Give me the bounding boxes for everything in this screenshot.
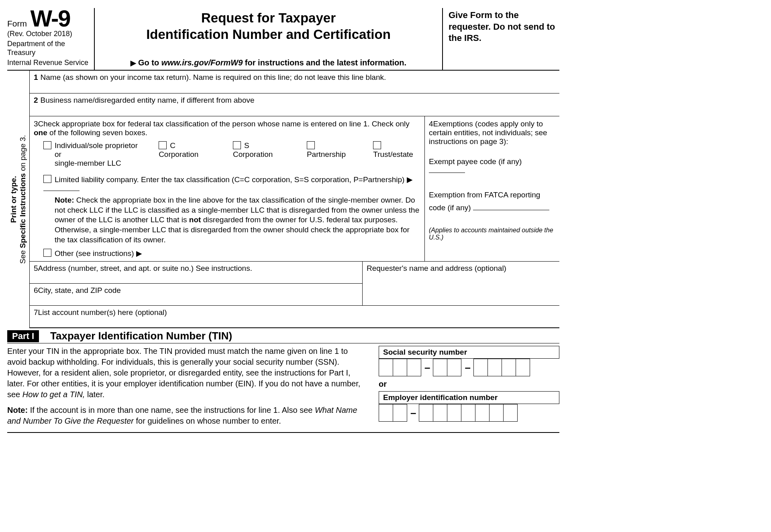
llc-note-b: not (189, 215, 201, 224)
cb-llc-label: Limited liability company. Enter the tax… (55, 175, 413, 184)
llc-note-label: Note: (55, 196, 76, 204)
form-header: Form W-9 (Rev. October 2018) Department … (7, 8, 559, 71)
goto-line: ▶ Go to www.irs.gov/FormW9 for instructi… (99, 58, 438, 67)
line-3: 3Check appropriate box for federal tax c… (30, 116, 425, 261)
llc-class-input[interactable] (43, 185, 80, 191)
header-center: Request for Taxpayer Identification Numb… (95, 8, 443, 70)
cb-other-wrap: Other (see instructions) ▶ (43, 249, 420, 258)
ssn-cell[interactable] (516, 359, 530, 376)
line-4: 4Exemptions (codes apply only to certain… (425, 116, 559, 261)
line7-text: List account number(s) here (optional) (38, 308, 167, 317)
give-form-text: Give Form to the requester. Do not send … (449, 10, 558, 44)
line-6[interactable]: 6City, state, and ZIP code (30, 284, 362, 305)
line6-text: City, state, and ZIP code (38, 286, 121, 294)
ein-cell[interactable] (419, 404, 433, 422)
ein-cell[interactable] (503, 404, 518, 422)
line5-text: Address (number, street, and apt. or sui… (38, 264, 252, 272)
ssn-cell[interactable] (447, 359, 461, 376)
cb-other-label: Other (see instructions) ▶ (55, 249, 142, 258)
cb-trust-wrap: Trust/estate (373, 141, 420, 159)
title-line2: Identification Number and Certification (146, 27, 391, 42)
ssn-cell[interactable] (407, 359, 421, 376)
p2-label: Note: (7, 406, 28, 414)
line3-num: 3 (34, 120, 38, 128)
checkbox-s-corp[interactable] (233, 141, 241, 149)
line3-a: Check appropriate box for federal tax cl… (38, 120, 410, 128)
line-1[interactable]: 1Name (as shown on your income tax retur… (30, 71, 559, 93)
applies-note: (Applies to accounts maintained outside … (429, 227, 555, 241)
ssn-cell[interactable] (393, 359, 407, 376)
line6-num: 6 (34, 286, 38, 294)
tin-section: Enter your TIN in the appropriate box. T… (7, 343, 559, 433)
tin-boxes: Social security number – – or Emplo (379, 346, 559, 426)
line4-text: Exemptions (codes apply only to certain … (429, 120, 547, 146)
ssn-cell[interactable] (502, 359, 516, 376)
ein-cell[interactable] (433, 404, 447, 422)
line-5[interactable]: 5Address (number, street, and apt. or su… (30, 262, 362, 284)
dash-icon: – (461, 361, 473, 374)
ein-cell[interactable] (393, 404, 407, 422)
ein-cell[interactable] (489, 404, 504, 422)
cb-indiv-a: Individual/sole proprietor or (55, 141, 138, 158)
vertical-instruction: Print or type. See Specific Instructions… (7, 71, 30, 328)
checkbox-partnership[interactable] (307, 141, 315, 149)
line4-num: 4 (429, 120, 433, 128)
arrow-icon: ▶ (131, 59, 138, 67)
cb-individual-wrap: Individual/sole proprietor or single-mem… (43, 141, 139, 168)
fatca-label-a: Exemption from FATCA reporting (429, 191, 540, 199)
fatca-input[interactable] (473, 205, 549, 210)
ein-cell[interactable] (461, 404, 475, 422)
form-title: Request for Taxpayer Identification Numb… (99, 10, 438, 43)
header-right: Give Form to the requester. Do not send … (443, 8, 559, 70)
goto-suffix: for instructions and the latest informat… (243, 58, 406, 67)
checkbox-trust[interactable] (373, 141, 381, 149)
cb-part-label: Partnership (307, 150, 346, 158)
dash-icon: – (421, 361, 433, 374)
form-word: Form (7, 19, 27, 28)
checkbox-row-1: Individual/sole proprietor or single-mem… (43, 141, 420, 168)
exempt-payee-line: Exempt payee code (if any) (429, 157, 555, 175)
ssn-cell[interactable] (433, 359, 447, 376)
cb-trust-label: Trust/estate (373, 150, 413, 158)
requester-box[interactable]: Requester's name and address (optional) (363, 262, 559, 305)
ein-cell[interactable] (447, 404, 461, 422)
or-label: or (379, 380, 559, 389)
part1-tag: Part I (7, 330, 39, 342)
checkbox-other[interactable] (43, 249, 51, 257)
checkbox-individual[interactable] (43, 141, 51, 149)
fields-area: 1Name (as shown on your income tax retur… (30, 71, 559, 328)
ssn-cell[interactable] (473, 359, 488, 376)
tin-instructions: Enter your TIN in the appropriate box. T… (7, 346, 367, 426)
side-specific: Specific Instructions (18, 173, 27, 248)
part1-bar: Part I Taxpayer Identification Number (T… (7, 328, 559, 343)
ssn-cell[interactable] (487, 359, 502, 376)
ssn-cells: – – (379, 359, 559, 376)
ein-cell[interactable] (475, 404, 490, 422)
cb-indiv-b: single-member LLC (55, 159, 121, 167)
exempt-payee-label: Exempt payee code (if any) (429, 157, 522, 166)
requester-label: Requester's name and address (optional) (367, 264, 506, 272)
ein-label: Employer identification number (379, 391, 559, 404)
fatca-line: Exemption from FATCA reporting code (if … (429, 189, 555, 215)
cb-scorp-wrap: S Corporation (233, 141, 287, 159)
fatca-label-b: code (if any) (429, 203, 471, 212)
goto-prefix: Go to (138, 58, 161, 67)
ein-cells: – (379, 404, 559, 422)
exempt-payee-input[interactable] (429, 167, 465, 173)
side-see: See (18, 248, 27, 264)
address-left: 5Address (number, street, and apt. or su… (30, 262, 363, 305)
ssn-cell[interactable] (379, 359, 393, 376)
p2-a: If the account is in more than one name,… (28, 406, 315, 414)
checkbox-llc[interactable] (43, 175, 51, 183)
ssn-group: Social security number – – (379, 346, 559, 376)
line3-c: of the following seven boxes. (47, 128, 147, 137)
checkbox-c-corp[interactable] (159, 141, 167, 149)
dept-line1: Department of the Treasury (7, 40, 92, 57)
side-page: on page 3. (18, 135, 27, 173)
line-2[interactable]: 2Business name/disregarded entity name, … (30, 93, 559, 116)
line-7[interactable]: 7List account number(s) here (optional) (30, 306, 559, 328)
cb-llc-wrap: Limited liability company. Enter the tax… (43, 175, 420, 193)
dash-icon: – (407, 407, 419, 419)
address-block: 5Address (number, street, and apt. or su… (30, 262, 559, 306)
ein-cell[interactable] (379, 404, 393, 422)
